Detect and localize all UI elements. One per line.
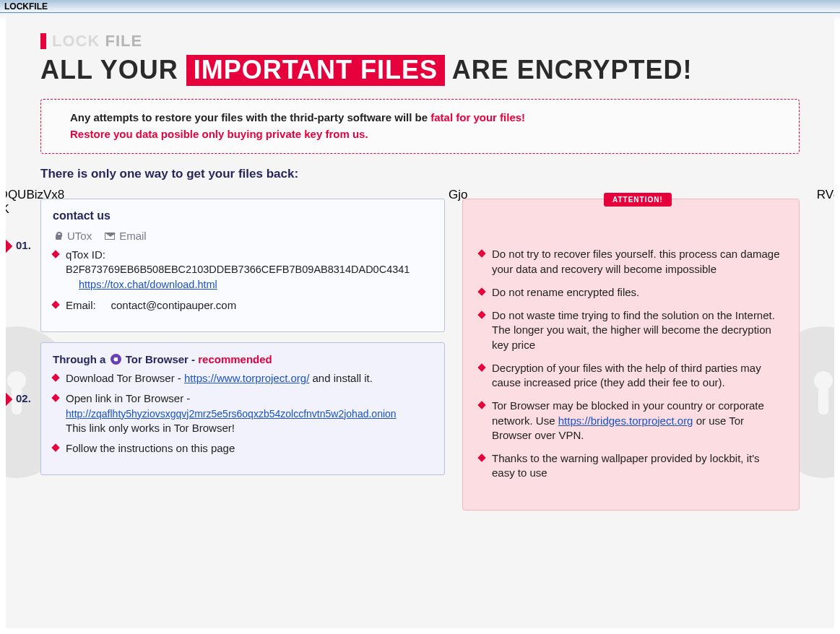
logo-lock: LOCK: [52, 32, 100, 50]
step-number-2: 02.: [16, 392, 31, 404]
attention-item: Do not try to recover files yourself. th…: [479, 247, 783, 277]
contact-utox: UTox: [54, 230, 92, 242]
attention-item-bridges: Tor Browser may be blocked in your count…: [479, 399, 783, 443]
attention-badge: ATTENTION!: [604, 193, 672, 207]
qtox-item: qTox ID: B2F873769EB6B508EBC2103DDEB7366…: [53, 248, 433, 292]
warning-box: Any attempts to restore your files with …: [40, 99, 800, 154]
page-body: rOChDQUBizVx8 Gjo RVgNLeT -LADIK LOCK FI…: [6, 16, 834, 628]
headline: ALL YOUR IMPORTANT FILES ARE ENCRYPTED!: [40, 55, 800, 86]
email-item: Email: contact@contipauper.com: [53, 298, 433, 313]
attention-item: Do not rename encrypted files.: [479, 285, 783, 300]
attention-item: Thanks to the warning wallpaper provided…: [479, 451, 783, 481]
step-marker-1: [6, 238, 12, 255]
logo: LOCK FILE: [40, 32, 800, 51]
bridges-link[interactable]: https://bridges.torproject.org: [558, 414, 693, 427]
attention-item: Do not waste time trying to find the sol…: [479, 308, 783, 352]
contact-panel: contact us UTox Email qTox ID:: [40, 199, 445, 332]
tor-panel: Through a Tor Browser - recommended Down…: [40, 342, 445, 475]
attention-item: Decryption of your files with the help o…: [479, 361, 783, 391]
contact-email-option: Email: [105, 230, 147, 242]
window-title: LOCKFILE: [4, 1, 48, 12]
lock-icon: [54, 232, 63, 240]
logo-accent-bar: [40, 33, 46, 49]
logo-file: FILE: [105, 32, 142, 50]
torproject-link[interactable]: https://www.torproject.org/: [184, 372, 309, 384]
contact-heading: contact us: [53, 209, 433, 222]
attention-panel: ATTENTION! Do not try to recover files y…: [462, 199, 800, 510]
mail-icon: [105, 233, 115, 240]
tor-heading: Through a Tor Browser - recommended: [53, 353, 433, 365]
step-number-1: 01.: [16, 239, 31, 251]
tox-download-link[interactable]: https://tox.chat/download.html: [79, 279, 217, 290]
onion-link[interactable]: http://zqaflhty5hyziovsxgqvj2mrz5e5rs6oq…: [66, 408, 397, 420]
headline-important: IMPORTANT FILES: [186, 55, 445, 86]
one-way-heading: There is only one way to get your files …: [40, 167, 800, 181]
tor-onion-icon: [111, 354, 121, 365]
tor-item-openlink: Open link in Tor Browser - http://zqaflh…: [53, 391, 433, 435]
tor-item-download: Download Tor Browser - https://www.torpr…: [53, 371, 433, 386]
step-marker-2: [6, 391, 12, 408]
window-titlebar: LOCKFILE: [0, 0, 840, 13]
tor-item-follow: Follow the instructions on this page: [53, 441, 433, 456]
